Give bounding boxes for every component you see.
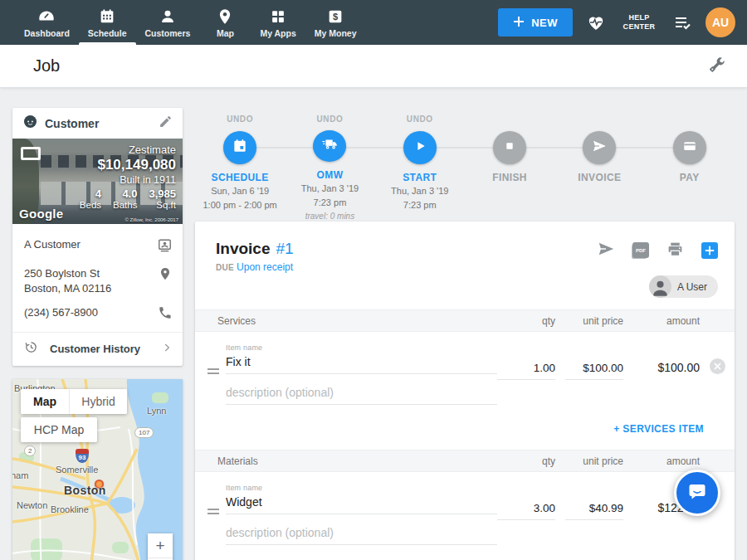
material-unit-price-input[interactable] [565,499,623,520]
schedule-step-button[interactable] [223,131,256,164]
send-icon [592,139,607,157]
map-label-newton: Newton [17,500,47,510]
zestimate-overlay: Zestimate $10,149,080 Built in 1911 4Bed… [80,144,176,210]
undo-omw-button[interactable]: UNDO [317,114,344,124]
location-pin-icon[interactable] [158,266,173,285]
step-date: Sun, Jan 6 '19 [211,186,269,197]
invoice-header-right: PDF [597,240,718,298]
qty-column-header: qty [497,455,555,467]
map-widget[interactable]: Burlington Lynn 107 2 93 Somerville ham … [12,379,183,560]
add-material-row: + MATERIALS ITEM [195,545,735,560]
nav-item-schedule[interactable]: Schedule [79,0,136,45]
health-heart-icon[interactable] [586,12,606,32]
workflow-steps: UNDO SCHEDULE Sun, Jan 6 '19 1:00 pm - 2… [195,108,735,222]
travel-time: travel: 0 mins [305,212,354,222]
nav-label: Customers [145,28,191,38]
hcp-map-button[interactable]: HCP Map [21,417,97,442]
nav-item-dashboard[interactable]: Dashboard [15,0,79,45]
chat-icon [686,480,709,506]
step-pay: PAY [644,108,734,222]
contact-card-icon[interactable] [157,237,173,256]
phone-icon[interactable] [158,305,173,324]
step-omw: UNDO OMW Thu, Jan 3 '19 7:23 pm travel: … [285,108,374,222]
pay-step-button[interactable] [673,131,706,164]
step-schedule: UNDO SCHEDULE Sun, Jan 6 '19 1:00 pm - 2… [195,108,285,222]
help-center-link[interactable]: HELP CENTER [619,13,659,32]
new-button-label: NEW [531,17,558,29]
customer-card-header: Customer [12,108,183,139]
material-name-block: Item name [226,484,497,545]
app-root: Dashboard Schedule Customers Map [0,0,747,560]
unit-price-column-header: unit price [565,455,623,467]
map-button[interactable]: Map [21,389,69,414]
primary-nav: Dashboard Schedule Customers Map [15,0,366,45]
due-value-link[interactable]: Upon receipt [237,261,293,273]
undo-start-button[interactable]: UNDO [407,114,433,125]
materials-section-label: Materials [217,455,497,467]
job-tools-icon[interactable] [707,55,727,78]
service-name-input[interactable] [226,352,497,374]
step-label: OMW [317,169,344,181]
material-description-input[interactable] [226,523,497,545]
add-invoice-item-button[interactable] [701,242,718,259]
drag-handle-icon[interactable] [208,506,224,517]
user-avatar[interactable]: AU [706,7,735,37]
material-qty-input[interactable] [497,499,555,520]
nav-item-my-money[interactable]: $ My Money [305,0,366,45]
unit-price-column-header: unit price [565,315,623,327]
page-header: Job [0,45,747,88]
map-pin-icon [216,7,234,26]
invoice-step-button[interactable] [583,131,616,164]
assignee-avatar [649,275,671,298]
apps-grid-icon [269,7,287,26]
nav-item-customers[interactable]: Customers [136,0,200,45]
step-time: 7:23 pm [314,197,347,209]
map-label-lynn: Lynn [147,406,166,416]
nav-label: Schedule [88,28,127,38]
material-name-input[interactable] [226,492,497,514]
invoice-actions: PDF [597,240,718,261]
pdf-button[interactable]: PDF [632,242,649,258]
material-unit-price-col [565,484,623,520]
send-invoice-button[interactable] [597,240,615,261]
built-year: Built in 1911 [80,174,176,186]
add-service-item-link[interactable]: + SERVICES ITEM [613,423,704,435]
home-stats: 4Beds 4.0Baths 3,985Sq.ft [80,187,176,210]
nav-item-my-apps[interactable]: My Apps [251,0,305,45]
drag-handle-icon[interactable] [208,366,224,377]
step-time: 7:23 pm [403,200,437,212]
step-label: INVOICE [578,172,621,183]
left-sidebar: Customer Zestimate $10,149,080 Built in … [12,108,183,560]
chat-widget-button[interactable] [674,470,720,516]
service-item-row: Item name $100.00 [195,332,735,405]
customer-history-link[interactable]: Customer History [12,332,183,366]
materials-section-header: Materials qty unit price amount [195,450,735,472]
dashboard-gauge-icon [37,7,56,26]
chevron-right-icon [161,342,173,357]
assignee-chip[interactable]: A User [649,275,718,298]
street-view-photo[interactable]: Zestimate $10,149,080 Built in 1911 4Bed… [12,139,183,224]
invoice-number[interactable]: #1 [276,240,293,258]
service-description-input[interactable] [226,382,497,405]
new-button[interactable]: NEW [498,8,573,37]
customer-phone-row: (234) 567-8900 [24,300,173,329]
hybrid-button[interactable]: Hybrid [69,389,127,414]
edit-pencil-icon[interactable] [159,114,173,132]
service-unit-price-input[interactable] [565,358,623,380]
step-invoice: INVOICE [554,108,644,222]
truck-icon [320,135,339,157]
finish-step-button[interactable] [493,131,526,164]
assignee-name: A User [677,281,707,293]
undo-schedule-button[interactable]: UNDO [227,114,253,125]
stat-sqft: 3,985Sq.ft [149,187,176,210]
delete-service-item-button[interactable] [710,358,725,374]
nav-item-map[interactable]: Map [199,0,251,45]
print-button[interactable] [666,241,684,261]
task-list-icon[interactable] [672,12,692,32]
service-qty-input[interactable] [497,358,555,380]
amount-column-header: amount [633,315,700,327]
customer-contact-info: A Customer 250 Boylston StBoston, MA 021… [12,224,183,332]
start-step-button[interactable] [403,131,437,164]
omw-step-button[interactable] [313,130,346,162]
zoom-in-button[interactable]: + [148,533,173,558]
